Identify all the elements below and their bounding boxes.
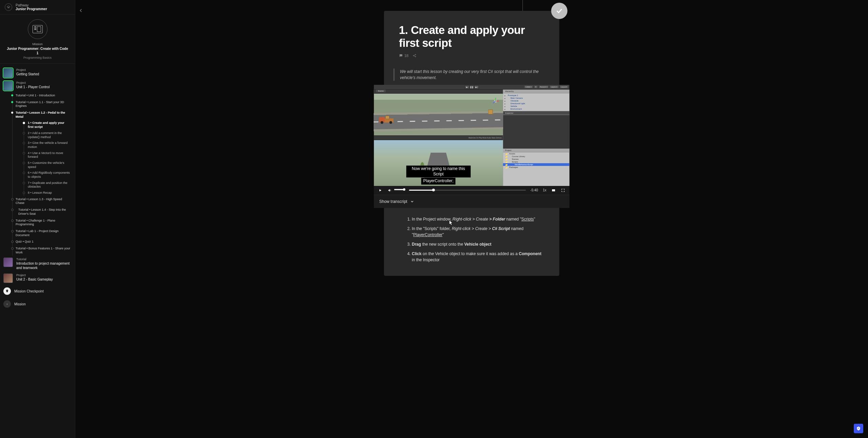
unity-game-view: Now we're going to name this Script Play…	[374, 140, 503, 186]
instruction-item: Drag the new script onto the Vehicle obj…	[412, 241, 542, 247]
hierarchy-item: Environment	[503, 108, 570, 110]
mute-button[interactable]	[388, 188, 392, 192]
collapse-sidebar-button[interactable]	[77, 7, 85, 14]
gizmo-icon	[491, 96, 500, 106]
mission-subtitle: Programming Basics	[3, 56, 72, 59]
step-item-active[interactable]: 1 • Create and apply your first script	[20, 120, 73, 130]
sidebar-item-getting-started[interactable]: Project Getting Started	[2, 66, 73, 79]
lesson-item[interactable]: Tutorial • Lesson 1.3 - High Speed Chase	[9, 196, 73, 207]
captions-button[interactable]	[551, 188, 556, 192]
project-thumb-icon	[3, 273, 13, 283]
step-icon: ▶|	[474, 85, 479, 89]
sidebar-item-intro-pm[interactable]: Tutorial Introduction to project managem…	[2, 256, 73, 272]
completion-badge[interactable]	[551, 3, 568, 19]
pathway-icon	[5, 3, 12, 11]
instruction-item: Click on the Vehicle object to make sure…	[412, 251, 542, 263]
hierarchy-item: Prototype 1	[503, 94, 570, 97]
next-mission[interactable]: • Mission	[2, 298, 73, 310]
show-transcript-toggle[interactable]: Show transcript	[374, 195, 570, 208]
lesson-item[interactable]: Tutorial • Unit 1 - Introduction	[9, 92, 73, 99]
unity-scene-view	[374, 90, 503, 135]
hierarchy-item: Vehicle	[503, 105, 570, 108]
video-caption: Now we're going to name this Script Play…	[406, 166, 471, 185]
unity-toolbar: ▶ ❚❚ ▶| Collab ▾ ⟳ Account ▾ Layers ▾ La	[374, 85, 570, 90]
mission-header: Mission Junior Programmer: Create with C…	[0, 15, 75, 64]
share-button[interactable]	[413, 54, 417, 58]
step-item[interactable]: 6 • Add RigidBody components to objects	[20, 170, 73, 180]
project-item: Course Library	[503, 155, 570, 158]
fullscreen-button[interactable]	[561, 188, 566, 192]
svg-point-2	[415, 56, 416, 57]
hierarchy-tab: Hierarchy	[503, 90, 570, 93]
mission-title: Junior Programmer: Create with Code 1	[3, 46, 72, 55]
project-tab: Project	[503, 149, 570, 152]
sidebar-item-unit1[interactable]: Project Unit 1 - Player Control	[2, 79, 73, 92]
instruction-item: In the Project window, Right-click > Cre…	[412, 216, 542, 222]
lesson-item[interactable]: Tutorial • Lesson 1.4 - Step into the Dr…	[9, 207, 73, 217]
lesson-item[interactable]: Quiz • Quiz 1	[9, 239, 73, 245]
volume-slider[interactable]	[394, 190, 405, 191]
comments-link[interactable]: 18	[399, 54, 409, 58]
instruction-item: In the "Scripts" folder, Right-click > C…	[412, 226, 542, 238]
video-controls: -5:40 1x	[374, 186, 570, 195]
privacy-shield-button[interactable]	[854, 424, 863, 433]
inspector-tab: Inspector	[503, 111, 570, 115]
pin-icon	[3, 287, 11, 295]
step-item[interactable]: 8 • Lesson Recap	[20, 190, 73, 196]
project-thumb-icon	[3, 68, 13, 78]
project-thumb-icon	[3, 81, 13, 91]
mission-checkpoint[interactable]: Mission Checkpoint	[2, 285, 73, 298]
lesson-card: 1. Create and apply your first script 18…	[384, 11, 559, 276]
project-item: Packages	[503, 166, 570, 169]
play-button[interactable]	[378, 189, 383, 192]
hierarchy-item: Main Camera	[503, 97, 570, 99]
video-player: ▶ ❚❚ ▶| Collab ▾ ⟳ Account ▾ Layers ▾ La	[374, 85, 570, 208]
lesson-item-active[interactable]: Tutorial • Lesson 1.2 - Pedal to the Met…	[9, 110, 73, 120]
chevron-down-icon	[410, 199, 414, 204]
project-item: Assets	[503, 152, 570, 155]
step-item[interactable]: 7 • Duplicate and position the obstacles	[20, 180, 73, 190]
step-item[interactable]: 5 • Customize the vehicle's speed	[20, 160, 73, 170]
play-icon: ▶	[465, 85, 469, 89]
step-item[interactable]: 4 • Use a Vector3 to move forward	[20, 150, 73, 160]
lesson-tree: Project Getting Started Project Unit 1 -…	[0, 64, 75, 317]
unity-game-bar: Maximize On Play Mute Audio Stats Gizmos	[374, 135, 503, 140]
sidebar: Pathway Junior Programmer Mission Junior…	[0, 0, 75, 438]
lesson-item[interactable]: Tutorial • Challenge 1 - Plane Programmi…	[9, 217, 73, 228]
playback-speed[interactable]: 1x	[543, 188, 547, 192]
project-item: Scenes	[503, 158, 570, 160]
instructions: In the Project window, Right-click > Cre…	[384, 211, 559, 276]
lesson-item[interactable]: Tutorial • Lab 1 - Project Design Docume…	[9, 228, 73, 239]
timeline-connector	[522, 0, 523, 11]
project-item: Scripts	[503, 160, 570, 163]
lesson-title: 1. Create and apply your first script	[399, 24, 545, 50]
sidebar-item-unit2[interactable]: Project Unit 2 - Basic Gameplay	[2, 272, 73, 285]
lesson-item[interactable]: Tutorial • Lesson 1.1 - Start your 3D En…	[9, 99, 73, 110]
pathway-name: Junior Programmer	[16, 7, 47, 11]
svg-point-0	[413, 55, 414, 56]
project-item-selected: NewBehaviourScript	[503, 163, 570, 166]
time-remaining: -5:40	[530, 188, 538, 192]
svg-rect-3	[552, 189, 555, 191]
pause-icon: ❚❚	[469, 85, 474, 89]
lesson-intro: We will start this lesson by creating ou…	[394, 69, 550, 81]
step-item[interactable]: 3 • Give the vehicle a forward motion	[20, 140, 73, 150]
pathway-label: Pathway	[16, 3, 47, 7]
mission-dot-icon: •	[3, 300, 11, 308]
hierarchy-item: Directional Light	[503, 102, 570, 105]
mission-icon	[28, 19, 47, 39]
tutorial-thumb-icon	[3, 258, 13, 267]
lesson-item[interactable]: Tutorial • Bonus Features 1 - Share your…	[9, 245, 73, 256]
step-item[interactable]: 2 • Add a comment in the Update() method	[20, 130, 73, 140]
video-viewport[interactable]: ▶ ❚❚ ▶| Collab ▾ ⟳ Account ▾ Layers ▾ La	[374, 85, 570, 186]
svg-point-1	[415, 54, 416, 55]
sidebar-header[interactable]: Pathway Junior Programmer	[0, 0, 75, 15]
hierarchy-item: Obstacle	[503, 99, 570, 102]
main-content: 1. Create and apply your first script 18…	[75, 0, 868, 438]
seek-bar[interactable]	[409, 190, 526, 191]
mission-label: Mission	[3, 42, 72, 46]
